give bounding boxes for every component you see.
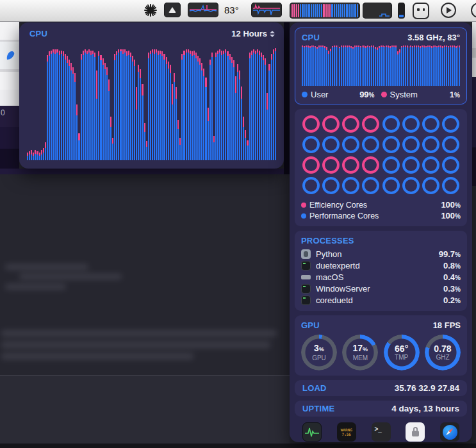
system-dot-icon xyxy=(381,92,387,97)
core-load-bar xyxy=(311,4,312,17)
gpu-title: GPU xyxy=(301,320,320,330)
usage-bar xyxy=(197,48,199,160)
usage-bar xyxy=(148,48,149,160)
usage-bar xyxy=(130,48,131,160)
process-row[interactable]: Python99.7% xyxy=(301,248,461,260)
time-range-selector[interactable]: 12 Hours xyxy=(231,29,275,38)
usage-bar xyxy=(457,45,459,86)
usage-bar xyxy=(373,45,374,86)
usage-bar xyxy=(371,45,372,86)
usage-bar xyxy=(247,48,248,160)
usage-bar xyxy=(233,48,234,160)
background-window-row xyxy=(0,127,19,149)
play-icon[interactable] xyxy=(441,3,456,18)
process-row[interactable]: coreduetd0.2% xyxy=(301,294,461,306)
performance-cores-row: Performance Cores 100% xyxy=(301,210,461,221)
partial-circle-icon[interactable] xyxy=(471,3,476,18)
usage-bar xyxy=(65,48,66,160)
process-row[interactable]: macOS0.4% xyxy=(301,271,461,283)
battery-pill-icon[interactable] xyxy=(398,3,405,19)
core-load-bar xyxy=(342,4,343,17)
history-graph-widget-icon[interactable] xyxy=(363,3,392,19)
blurred-text-region xyxy=(5,264,140,297)
cpu-cores-widget-icon[interactable] xyxy=(290,3,360,19)
usage-bar xyxy=(455,45,457,86)
performance-core-ring xyxy=(302,177,320,194)
usage-bar xyxy=(219,48,220,160)
efficiency-core-ring xyxy=(322,156,340,174)
lock-app-icon[interactable] xyxy=(406,422,425,442)
network-graph-widget-icon[interactable] xyxy=(251,3,282,17)
starburst-icon[interactable] xyxy=(144,3,158,17)
background-window-row xyxy=(472,147,476,186)
outlet-icon[interactable] xyxy=(413,3,429,19)
safari-icon[interactable] xyxy=(440,422,459,442)
usage-bar xyxy=(239,48,240,160)
gpu-gauge-gpu: 3%GPU xyxy=(301,335,337,370)
usage-bar xyxy=(177,48,179,160)
term-process-icon xyxy=(301,295,311,305)
terminal-icon[interactable]: >_ xyxy=(372,422,391,442)
performance-core-ring xyxy=(422,177,439,194)
usage-bar xyxy=(316,45,318,86)
usage-bar xyxy=(51,48,52,160)
usage-bar xyxy=(190,48,191,160)
usage-bar xyxy=(452,45,453,86)
core-load-bar xyxy=(327,4,329,17)
usage-bar xyxy=(249,48,250,160)
usage-bar xyxy=(416,45,417,86)
usage-bar xyxy=(160,48,161,160)
usage-bar xyxy=(367,45,368,86)
process-row[interactable]: WindowServer0.3% xyxy=(301,283,461,294)
usage-bar xyxy=(263,48,264,160)
time-range-label: 12 Hours xyxy=(231,29,267,38)
core-load-bar xyxy=(313,4,314,17)
temperature-label[interactable]: 83° xyxy=(224,4,239,15)
cpu-graph-widget-icon[interactable] xyxy=(188,3,218,17)
menu-bar: 83° xyxy=(0,0,476,22)
performance-core-ring xyxy=(402,115,420,133)
activity-monitor-icon[interactable] xyxy=(302,422,322,442)
load-card: LOAD 35.76 32.9 27.84 xyxy=(295,380,467,396)
performance-core-ring xyxy=(342,177,359,194)
usage-bar xyxy=(418,45,419,86)
cpu-ghz-temp: 3.58 GHz, 83° xyxy=(407,33,460,42)
usage-bar xyxy=(172,48,173,160)
usage-bar xyxy=(363,45,365,86)
performance-core-ring xyxy=(382,156,400,174)
usage-bar xyxy=(96,48,97,160)
performance-core-ring xyxy=(422,136,439,153)
usage-bar xyxy=(161,48,163,160)
performance-core-ring xyxy=(382,136,400,153)
usage-bar xyxy=(116,48,117,160)
performance-core-ring xyxy=(422,115,439,133)
usage-bar xyxy=(209,48,211,160)
usage-bar xyxy=(122,48,124,160)
core-load-bar xyxy=(346,4,347,17)
process-row[interactable]: duetexpertd0.8% xyxy=(301,260,461,271)
usage-bar xyxy=(253,48,254,160)
usage-bar xyxy=(336,45,337,86)
usage-bar xyxy=(444,45,445,86)
timer-display-icon[interactable]: WARNG 7:56 xyxy=(337,422,356,442)
usage-bar xyxy=(156,48,157,160)
blurred-text-region xyxy=(0,330,282,370)
cpu-usage-card[interactable]: CPU 3.58 GHz, 83° User 99% System xyxy=(295,28,467,104)
usage-bar xyxy=(318,45,320,86)
eject-widget-icon[interactable] xyxy=(164,3,181,17)
usage-bar xyxy=(88,48,90,160)
core-load-bar xyxy=(340,4,341,17)
usage-bar xyxy=(56,48,58,160)
process-name: WindowServer xyxy=(316,284,443,294)
usage-bar xyxy=(199,48,201,160)
usage-bar xyxy=(352,45,354,86)
background-window-row xyxy=(472,77,476,147)
usage-bar xyxy=(170,48,171,160)
core-load-bar xyxy=(334,4,335,17)
performance-core-ring xyxy=(322,177,340,194)
usage-bar xyxy=(255,48,256,160)
gpu-card: GPU 18 FPS 3%GPU17%MEM66°TMP0.78GHZ xyxy=(295,315,467,376)
core-load-bar xyxy=(306,4,308,17)
usage-bar xyxy=(390,45,391,86)
processes-card: PROCESSES Python99.7%duetexpertd0.8%macO… xyxy=(295,231,467,311)
